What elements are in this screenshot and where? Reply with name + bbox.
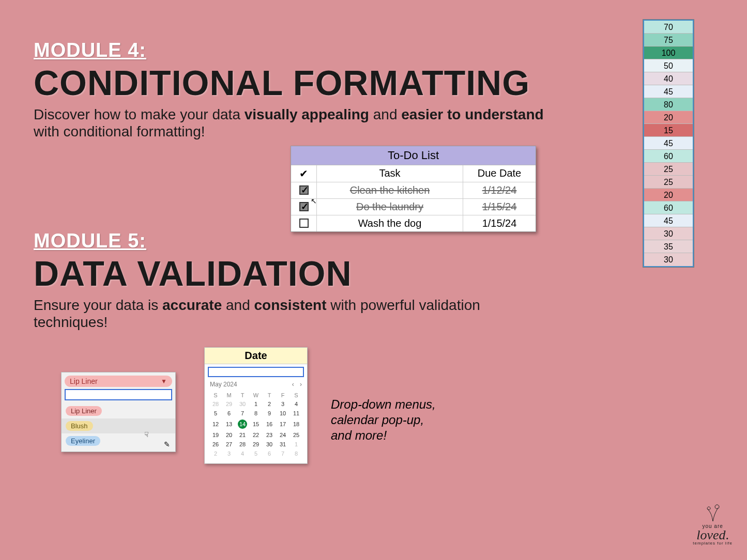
checkbox-icon[interactable] xyxy=(299,219,309,228)
calendar-day[interactable]: 4 xyxy=(289,399,303,409)
due-date-cell: 1/15/24 xyxy=(463,199,536,215)
calendar-day[interactable]: 21 xyxy=(236,430,249,440)
value-cell: 50 xyxy=(644,59,693,72)
calendar-day[interactable]: 29 xyxy=(249,440,263,449)
value-cell: 45 xyxy=(644,85,693,98)
calendar-day[interactable]: 1 xyxy=(289,440,303,449)
calendar-dow: M xyxy=(222,391,236,399)
value-cell: 45 xyxy=(644,137,693,150)
module-5-title: DATA VALIDATION xyxy=(34,255,520,292)
calendar-day[interactable]: 17 xyxy=(276,418,289,430)
module-4-description: Discover how to make your data visually … xyxy=(34,106,556,139)
todo-header-due: Due Date xyxy=(463,165,536,182)
calendar-day[interactable]: 25 xyxy=(289,430,303,440)
caret-down-icon: ▼ xyxy=(161,378,167,385)
calendar-day[interactable]: 9 xyxy=(263,409,276,418)
pencil-icon[interactable]: ✎ xyxy=(164,440,170,448)
calendar-day[interactable]: 16 xyxy=(263,418,276,430)
calendar-month-label: May 2024 xyxy=(210,381,237,388)
caption-line: calendar pop-up, xyxy=(331,412,436,428)
todo-header-row: ✔ Task Due Date xyxy=(291,165,536,182)
dropdown-option-pill: Eyeliner xyxy=(66,436,100,446)
calendar-day[interactable]: 1 xyxy=(249,399,263,409)
calendar-popup: May 2024 ‹ › SMTWTFS 2829301234567891011… xyxy=(209,380,303,458)
calendar-day[interactable]: 5 xyxy=(209,409,222,418)
calendar-day[interactable]: 28 xyxy=(209,399,222,409)
logo-tagline: templates for life xyxy=(693,541,733,546)
dropdown-option-row[interactable]: Lip Liner xyxy=(62,403,175,418)
checkbox-icon[interactable] xyxy=(299,202,309,211)
caption-line: Drop-down menus, xyxy=(331,397,436,412)
calendar-day[interactable]: 24 xyxy=(276,430,289,440)
calendar-day[interactable]: 3 xyxy=(276,399,289,409)
value-cell: 75 xyxy=(644,34,693,46)
calendar-day[interactable]: 29 xyxy=(222,399,236,409)
dropdown-search-input[interactable] xyxy=(65,389,172,400)
date-input[interactable] xyxy=(208,367,304,377)
calendar-day[interactable]: 15 xyxy=(249,418,263,430)
dropdown-selected[interactable]: Lip Liner ▼ xyxy=(65,376,172,387)
value-cell: 60 xyxy=(644,150,693,163)
value-cell: 35 xyxy=(644,240,693,253)
module-5-description: Ensure your data is accurate and consist… xyxy=(34,297,520,330)
calendar-day[interactable]: 18 xyxy=(289,418,303,430)
value-cell: 25 xyxy=(644,163,693,176)
calendar-day[interactable]: 7 xyxy=(276,449,289,458)
calendar-day[interactable]: 27 xyxy=(222,440,236,449)
date-picker-mockup: Date May 2024 ‹ › SMTWTFS 28293012345678… xyxy=(204,347,308,464)
dropdown-option-row[interactable]: Eyeliner xyxy=(62,433,175,448)
text: Ensure your data is xyxy=(34,297,162,313)
calendar-day[interactable]: 8 xyxy=(249,409,263,418)
calendar-day[interactable]: 2 xyxy=(209,449,222,458)
calendar-day[interactable]: 11 xyxy=(289,409,303,418)
calendar-day[interactable]: 19 xyxy=(209,430,222,440)
module-4-block: MODULE 4: CONDITIONAL FORMATTING Discove… xyxy=(34,39,556,140)
text: and xyxy=(222,297,254,313)
calendar-day[interactable]: 6 xyxy=(222,409,236,418)
calendar-day[interactable]: 10 xyxy=(276,409,289,418)
date-header: Date xyxy=(205,348,307,364)
task-cell: Clean the kitchen xyxy=(317,182,463,198)
text-bold: visually appealing xyxy=(245,106,369,122)
module-5-label: MODULE 5: xyxy=(34,230,520,252)
calendar-day[interactable]: 3 xyxy=(222,449,236,458)
checkbox-icon[interactable] xyxy=(299,185,309,195)
module-4-label: MODULE 4: xyxy=(34,39,556,61)
calendar-next-icon[interactable]: › xyxy=(300,381,302,388)
calendar-day[interactable]: 6 xyxy=(263,449,276,458)
value-cell: 80 xyxy=(644,98,693,111)
due-date-cell: 1/12/24 xyxy=(463,182,536,198)
calendar-day[interactable]: 7 xyxy=(236,409,249,418)
conditional-format-column: 707510050404580201545602525206045303530 xyxy=(643,20,694,267)
calendar-day[interactable]: 12 xyxy=(209,418,222,430)
module-5-block: MODULE 5: DATA VALIDATION Ensure your da… xyxy=(34,230,520,331)
dropdown-option-pill: Lip Liner xyxy=(66,406,102,416)
features-caption: Drop-down menus, calendar pop-up, and mo… xyxy=(331,397,436,443)
calendar-day[interactable]: 8 xyxy=(289,449,303,458)
calendar-day[interactable]: 31 xyxy=(276,440,289,449)
calendar-day[interactable]: 4 xyxy=(236,449,249,458)
todo-title: To-Do List xyxy=(291,146,536,165)
cursor-hand-icon: ☟ xyxy=(144,430,149,439)
calendar-day[interactable]: 22 xyxy=(249,430,263,440)
calendar-day[interactable]: 5 xyxy=(249,449,263,458)
calendar-day[interactable]: 23 xyxy=(263,430,276,440)
calendar-day[interactable]: 14 xyxy=(236,418,249,430)
calendar-day[interactable]: 13 xyxy=(222,418,236,430)
calendar-day[interactable]: 30 xyxy=(236,399,249,409)
checkbox-cell[interactable] xyxy=(291,215,317,231)
calendar-day[interactable]: 26 xyxy=(209,440,222,449)
calendar-dow: T xyxy=(263,391,276,399)
calendar-day[interactable]: 28 xyxy=(236,440,249,449)
caption-line: and more! xyxy=(331,428,436,443)
calendar-prev-icon[interactable]: ‹ xyxy=(292,381,294,388)
calendar-dow: F xyxy=(276,391,289,399)
calendar-day[interactable]: 20 xyxy=(222,430,236,440)
value-cell: 45 xyxy=(644,214,693,227)
logo-brand: loved xyxy=(696,527,725,542)
checkbox-cell[interactable] xyxy=(291,182,317,198)
calendar-day[interactable]: 2 xyxy=(263,399,276,409)
dropdown-option-row[interactable]: Blush xyxy=(62,418,175,433)
calendar-day[interactable]: 30 xyxy=(263,440,276,449)
value-cell: 100 xyxy=(644,46,693,59)
